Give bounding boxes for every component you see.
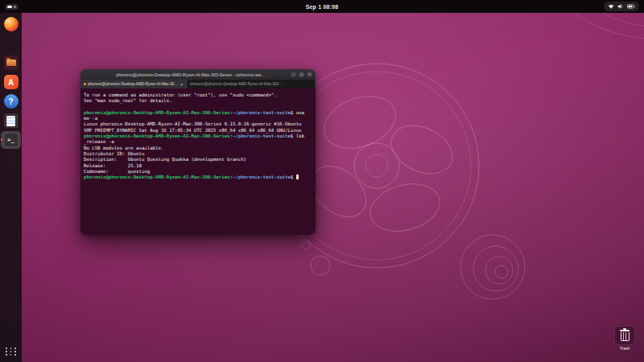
terminal-line: phoronix@phoronix-Desktop-AMD-Ryzen-AI-M… [84, 110, 312, 116]
terminal-line: SMP PREEMPT_DYNAMIC Sat Aug 16 17:05:34 … [84, 128, 312, 134]
window-controls: − ◻ × [291, 72, 312, 77]
terminal-line: _release -a [84, 139, 312, 145]
battery-icon [627, 3, 635, 10]
window-title: phoronix@phoronix-Desktop-AMD-Ryzen-AI-M… [97, 72, 285, 77]
dock-item-firefox[interactable] [1, 15, 21, 33]
network-icon [608, 3, 614, 10]
tab-close-icon[interactable]: × [180, 82, 183, 87]
help-icon: ? [4, 94, 19, 109]
dock-item-libreoffice-writer[interactable] [1, 112, 21, 130]
top-bar: Sep 1 08:08 [0, 0, 644, 13]
minimize-button[interactable]: − [291, 72, 296, 77]
tab-activity-icon [84, 83, 86, 85]
terminal-line: Codename: questing [84, 169, 312, 175]
dock-item-thunderbird[interactable] [1, 35, 21, 52]
terminal-line: phoronix@phoronix-Desktop-AMD-Ryzen-AI-M… [84, 175, 312, 180]
terminal-line: See "man sudo_root" for details. [84, 98, 312, 104]
dock-item-app-center[interactable]: A [1, 73, 21, 91]
tab-2-label: phoronix@phoronix-Desktop-AMD-Ryzen-AI-M… [190, 82, 285, 86]
terminal-line: Description: Ubuntu Questing Quokka (dev… [84, 157, 312, 162]
terminal-line: Distributor ID: Ubuntu [84, 151, 312, 157]
terminal-line: Linux phoronix-Desktop-AMD-Ryzen-AI-Max-… [84, 121, 312, 127]
trash-desktop-icon[interactable]: Trash [612, 326, 638, 351]
maximize-button[interactable]: ◻ [299, 72, 304, 77]
terminal-icon: >_ [4, 133, 19, 147]
files-icon [4, 56, 19, 70]
trash-label: Trash [620, 346, 630, 351]
system-tray[interactable] [604, 2, 639, 11]
dock-item-terminal[interactable]: >_ [1, 131, 21, 149]
terminal-window: phoronix@phoronix-Desktop-AMD-Ryzen-AI-M… [80, 69, 316, 235]
tab-1-label: phoronix@phoronix-Desktop-AMD-Ryzen-AI-M… [88, 82, 178, 86]
terminal-line: phoronix@phoronix-Desktop-AMD-Ryzen-AI-M… [84, 134, 312, 139]
dock: A ? >_ [0, 13, 22, 362]
volume-icon [617, 3, 624, 10]
trash-icon [614, 326, 635, 345]
terminal-output: To run a command as administrator (user … [84, 93, 312, 180]
terminal-line: No LSB modules are available. [84, 146, 312, 151]
terminal-line: me -a [84, 116, 312, 121]
tab-bar: phoronix@phoronix-Desktop-AMD-Ryzen-AI-M… [80, 80, 316, 88]
desktop: Sep 1 08:08 A ? [0, 0, 644, 362]
thunderbird-icon [4, 36, 19, 51]
libreoffice-writer-icon [4, 113, 19, 128]
clock[interactable]: Sep 1 08:08 [0, 4, 644, 10]
tab-1[interactable]: phoronix@phoronix-Desktop-AMD-Ryzen-AI-M… [80, 80, 187, 88]
app-center-icon: A [4, 75, 19, 89]
dock-item-files[interactable] [1, 54, 21, 72]
terminal-line: To run a command as administrator (user … [84, 93, 312, 98]
window-titlebar[interactable]: phoronix@phoronix-Desktop-AMD-Ryzen-AI-M… [80, 69, 316, 80]
close-button[interactable]: × [307, 72, 312, 77]
dock-item-help[interactable]: ? [1, 93, 21, 110]
firefox-icon [4, 17, 19, 31]
terminal-body[interactable]: To run a command as administrator (user … [80, 88, 316, 235]
running-indicator-dot [1, 138, 2, 141]
terminal-line [84, 105, 312, 110]
tab-2[interactable]: phoronix@phoronix-Desktop-AMD-Ryzen-AI-M… [187, 80, 316, 88]
show-apps-button[interactable] [6, 346, 17, 357]
terminal-line: Release: 25.10 [84, 163, 312, 169]
